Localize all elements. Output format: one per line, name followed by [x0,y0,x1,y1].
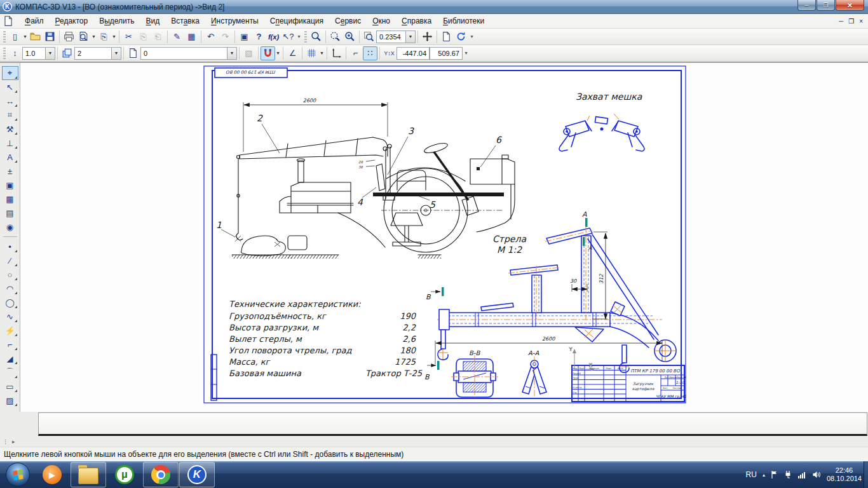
left-tool-polyline[interactable]: ⌐ [2,337,18,351]
zoom-area-button[interactable] [362,30,376,44]
chevron-down-icon[interactable]: ▼ [227,48,236,59]
angle-snap-button[interactable]: ∠ [285,46,300,60]
state-toolbar-overflow-icon[interactable]: ▾ [463,50,470,56]
menu-insert[interactable]: Вставка [165,15,205,27]
taskbar-utorrent[interactable]: µ [107,462,142,487]
context-help-button[interactable]: ↖? [281,30,295,44]
menu-window[interactable]: Окно [367,15,396,27]
chevron-down-icon[interactable]: ▼ [111,48,121,59]
chevron-down-icon[interactable]: ▼ [45,48,55,59]
tray-expand-icon[interactable]: ▴ [763,472,765,478]
drawing-canvas[interactable]: ПТМ КР 179 00 00 ВО 2600 [20,63,868,412]
print-preview-button[interactable] [76,30,91,44]
network-signal-icon[interactable] [797,470,806,479]
mdi-minimize-button[interactable]: ─ [839,18,843,25]
taskbar-wmp[interactable]: ▶ [34,462,70,487]
menu-service[interactable]: Сервис [329,15,367,27]
left-tool-reports[interactable]: ▣ [2,178,18,192]
left-tool-geometry[interactable]: A [2,150,18,164]
language-indicator[interactable]: RU [746,470,757,479]
show-desktop-button[interactable] [864,461,868,488]
zoom-frame-button[interactable] [328,30,342,44]
clock[interactable]: 22:46 08.10.2014 [827,466,862,483]
zoom-in-button[interactable] [342,30,357,44]
start-button[interactable] [6,463,30,487]
snap-points-button[interactable]: ∷ [363,46,377,60]
left-tool-fragments[interactable]: ◉ [2,220,18,234]
left-tool-circle[interactable]: ○ [2,268,18,281]
preview-dropdown[interactable]: ▼ [91,30,97,44]
zoom-scale-combo[interactable]: 0.2354▼ [376,30,416,43]
left-tool-hatch[interactable]: ▨ [2,393,18,407]
paste-button[interactable]: ⎗ [151,30,165,44]
pan-button[interactable] [420,30,435,44]
left-tool-spec-marks[interactable]: ± [2,164,18,178]
taskbar-kompas[interactable]: K [179,462,215,487]
left-tool-point[interactable]: • [2,240,18,254]
property-bar-handle-icon[interactable]: ⋮ [3,438,8,445]
fx-button[interactable]: f(x) [266,30,281,44]
ortho-button[interactable]: ⌐ [348,46,363,60]
volume-icon[interactable] [812,470,821,479]
left-tool-spline[interactable]: ∿ [2,309,18,323]
copy-props-state-button[interactable]: ▧ [241,46,256,60]
copy-button[interactable]: ⎘ [136,30,151,44]
zoom-selected-button[interactable] [309,30,323,44]
refresh-button[interactable] [454,30,468,44]
left-tool-arc[interactable]: ◠ [2,281,18,295]
left-tool-editing[interactable]: ⚒ [2,122,18,136]
show-all-button[interactable] [439,30,454,44]
menu-help[interactable]: Справка [396,15,437,27]
print-button[interactable] [62,30,76,44]
coordinate-y-field[interactable]: 509.67 [430,47,463,60]
left-tool-lightning[interactable]: ⚡ [2,323,18,337]
left-tool-designations[interactable]: ⌗ [2,108,18,122]
action-center-flag-icon[interactable] [771,470,778,479]
left-tool-measure[interactable]: ↖ [2,80,18,94]
help-button[interactable]: ? [252,30,266,44]
zoom-toolbar-overflow-icon[interactable]: ▾ [468,34,475,39]
taskbar-chrome[interactable] [143,462,179,487]
close-button[interactable]: ✕ [836,0,864,11]
new-document-dropdown[interactable]: ▼ [22,30,28,44]
local-axes-button[interactable] [329,46,344,60]
menu-libraries[interactable]: Библиотеки [437,15,490,27]
snap-magnet-button[interactable] [261,46,275,60]
menu-tools[interactable]: Инструменты [205,15,264,27]
properties-table-button[interactable]: ▦ [184,30,199,44]
minimize-button[interactable]: ─ [797,0,816,11]
current-layer-combo[interactable]: 2▼ [74,47,121,60]
menu-select[interactable]: Выделить [93,15,140,27]
cut-button[interactable]: ✂ [121,30,136,44]
property-panel[interactable] [38,412,867,436]
left-tool-ellipse[interactable]: ◯ [2,295,18,309]
redo-button[interactable]: ↷ [218,30,233,44]
send-button[interactable]: ⎘ [97,30,111,44]
left-tool-rectangle[interactable]: ▭ [2,379,18,393]
new-document-button[interactable]: ▯ [8,30,22,44]
open-document-button[interactable] [28,30,43,44]
menu-edit[interactable]: Редактор [50,15,94,27]
save-button[interactable] [43,30,57,44]
layer-combo[interactable]: 0▼ [140,47,237,60]
restore-button[interactable]: ❐ [817,0,835,11]
grid-dropdown[interactable]: ▼ [319,46,325,60]
left-tool-parametrization[interactable]: ⊥ [2,136,18,150]
left-tool-selection[interactable]: ⌖ [2,66,18,80]
send-dropdown[interactable]: ▼ [111,30,117,44]
menu-specification[interactable]: Спецификация [264,15,329,27]
copy-properties-button[interactable]: ✎ [170,30,184,44]
taskbar-explorer[interactable] [71,462,106,487]
grid-button[interactable] [304,46,319,60]
left-tool-manual[interactable]: ▤ [2,206,18,220]
left-tool-dimensions[interactable]: ↔ [2,94,18,108]
toolbar-grip[interactable] [3,31,6,43]
toolbar-overflow-icon[interactable]: ▾ [295,34,302,39]
chevron-down-icon[interactable]: ▼ [405,31,415,43]
menu-file[interactable]: Файл [19,15,50,27]
zoom-toolbar-grip[interactable] [304,31,307,43]
mdi-restore-button[interactable]: ❐ [848,18,854,25]
state-toolbar-grip[interactable] [3,48,6,59]
left-tool-fillet[interactable]: ⌒ [2,365,18,379]
coordinate-x-field[interactable]: -447.04 [397,47,430,60]
